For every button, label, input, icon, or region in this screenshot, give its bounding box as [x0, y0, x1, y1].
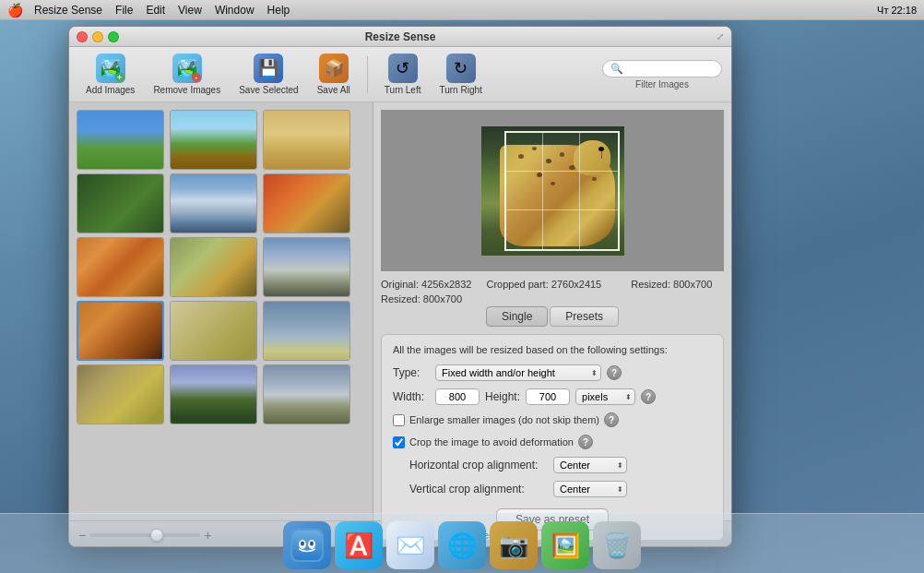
thumbnail-bird-water[interactable]	[263, 301, 350, 361]
toolbar-separator-1	[367, 56, 368, 93]
image-list-panel[interactable]	[69, 102, 373, 520]
type-help-button[interactable]: ?	[607, 365, 622, 380]
search-icon: 🔍	[610, 63, 623, 75]
camera-icon: 📷	[499, 531, 528, 560]
thumbnail-autumn[interactable]	[263, 173, 350, 233]
thumbnail-desert[interactable]	[263, 110, 350, 170]
thumbnail-mountain[interactable]	[170, 173, 257, 233]
dock: 🅰️ ✉️ 🌐 📷 🖼️ 🗑️	[0, 504, 924, 573]
menu-app[interactable]: Resize Sense	[34, 4, 102, 17]
h-align-select-wrapper[interactable]: Left Center Right	[553, 457, 627, 473]
menubar-right: Чт 22:18	[877, 5, 917, 16]
preview-image-container	[481, 126, 624, 256]
thumbnail-heron-bird[interactable]	[170, 301, 257, 361]
resized-info: Resized: 800x700	[631, 279, 712, 290]
thumbnail-windmill[interactable]	[170, 110, 257, 170]
menu-window[interactable]: Window	[215, 4, 255, 17]
mail-icon: ✉️	[396, 531, 425, 560]
unit-select-wrapper[interactable]: pixels percent inches	[575, 388, 635, 405]
dock-item-appstore[interactable]: 🅰️	[335, 521, 383, 569]
image-row-4	[77, 301, 365, 361]
dock-item-finder[interactable]	[283, 521, 331, 569]
traffic-lights	[77, 31, 119, 42]
svg-point-5	[310, 542, 314, 546]
dimensions-help-button[interactable]: ?	[641, 389, 656, 404]
maximize-button[interactable]	[108, 31, 119, 42]
type-select[interactable]: Fixed width and/or height Fixed longest …	[435, 364, 601, 381]
cropped-info: Cropped part: 2760x2415	[486, 279, 601, 290]
safari-icon: 🌐	[447, 531, 477, 560]
enlarge-label: Enlarge smaller images (do not skip them…	[409, 414, 599, 425]
crop-help-button[interactable]: ?	[578, 435, 593, 449]
v-align-select-wrapper[interactable]: Top Center Bottom	[553, 481, 627, 497]
trash-icon: 🗑️	[602, 531, 632, 560]
enlarge-help-button[interactable]: ?	[604, 412, 619, 427]
image-info: Original: 4256x2832 Cropped part: 2760x2…	[381, 275, 724, 293]
add-images-icon: 🏞️ +	[96, 54, 125, 83]
minimize-button[interactable]	[92, 31, 103, 42]
unit-select[interactable]: pixels percent inches	[575, 388, 635, 405]
crop-checkbox[interactable]	[393, 436, 405, 448]
tab-single[interactable]: Single	[486, 306, 548, 327]
v-align-select[interactable]: Top Center Bottom	[553, 481, 627, 497]
finder-icon	[290, 529, 324, 562]
dimensions-row: Width: Height: pixels percent inches ?	[393, 388, 712, 405]
resized-info-2: Resized: 800x700	[381, 293, 724, 306]
menu-help[interactable]: Help	[267, 4, 290, 17]
thumbnail-forest[interactable]	[77, 173, 164, 233]
height-label: Height:	[485, 390, 520, 403]
tab-presets[interactable]: Presets	[550, 306, 619, 327]
save-all-label: Save All	[317, 85, 350, 95]
thumbnail-animal2[interactable]	[77, 364, 164, 424]
dock-item-iphoto[interactable]: 🖼️	[541, 521, 589, 569]
search-box[interactable]: 🔍	[602, 60, 722, 78]
thumbnail-castle[interactable]	[263, 237, 350, 297]
right-panel: Original: 4256x2832 Cropped part: 2760x2…	[373, 102, 731, 520]
remove-images-icon: 🏞️ -	[172, 54, 202, 83]
apple-menu[interactable]: 🍎	[7, 3, 23, 18]
original-info: Original: 4256x2832	[381, 279, 471, 290]
image-row-3	[77, 237, 365, 297]
save-all-icon: 📦	[319, 54, 349, 83]
enlarge-row: Enlarge smaller images (do not skip them…	[393, 412, 712, 427]
tabs-row: Single Presets	[381, 306, 724, 327]
save-selected-button[interactable]: 💾 Save Selected	[231, 50, 306, 99]
thumbnail-wildlife[interactable]	[170, 237, 257, 297]
add-images-button[interactable]: 🏞️ + Add Images	[78, 50, 142, 99]
menu-file[interactable]: File	[115, 4, 133, 17]
menu-view[interactable]: View	[178, 4, 202, 17]
add-images-label: Add Images	[86, 85, 135, 95]
resize-icon[interactable]: ⤢	[717, 31, 724, 42]
svg-point-4	[301, 542, 304, 546]
menu-edit[interactable]: Edit	[146, 4, 165, 17]
thumbnail-castle2[interactable]	[263, 364, 350, 424]
thumbnail-child[interactable]	[170, 364, 257, 424]
turn-right-button[interactable]: ↻ Turn Right	[432, 50, 489, 99]
h-align-row: Horizontal crop alignment: Left Center R…	[409, 457, 712, 473]
h-align-select[interactable]: Left Center Right	[553, 457, 627, 473]
turn-left-button[interactable]: ↺ Turn Left	[377, 50, 429, 99]
main-content: Original: 4256x2832 Cropped part: 2760x2…	[69, 102, 731, 520]
height-input[interactable]	[526, 388, 570, 405]
width-input[interactable]	[435, 388, 480, 405]
dock-item-safari[interactable]: 🌐	[438, 521, 486, 569]
search-input[interactable]	[627, 63, 701, 74]
thumbnail-tiger[interactable]	[77, 237, 164, 297]
dock-item-trash[interactable]: 🗑️	[593, 521, 641, 569]
type-select-wrapper[interactable]: Fixed width and/or height Fixed longest …	[435, 364, 601, 381]
window-title: Resize Sense	[365, 30, 436, 43]
close-button[interactable]	[77, 31, 88, 42]
image-row-5	[77, 364, 365, 424]
enlarge-checkbox[interactable]	[393, 414, 405, 426]
turn-left-icon: ↺	[388, 54, 418, 83]
dock-item-camera[interactable]: 📷	[490, 521, 538, 569]
dock-item-mail[interactable]: ✉️	[386, 521, 434, 569]
thumbnail-selected-fox[interactable]	[77, 301, 164, 361]
thumbnail-landscape[interactable]	[77, 110, 164, 170]
remove-images-button[interactable]: 🏞️ - Remove Images	[146, 50, 228, 99]
turn-left-label: Turn Left	[385, 85, 421, 95]
width-label: Width:	[393, 390, 430, 403]
title-bar: Resize Sense ⤢	[69, 27, 731, 47]
crop-row: Crop the image to avoid deformation ?	[393, 435, 712, 449]
save-all-button[interactable]: 📦 Save All	[310, 50, 358, 99]
